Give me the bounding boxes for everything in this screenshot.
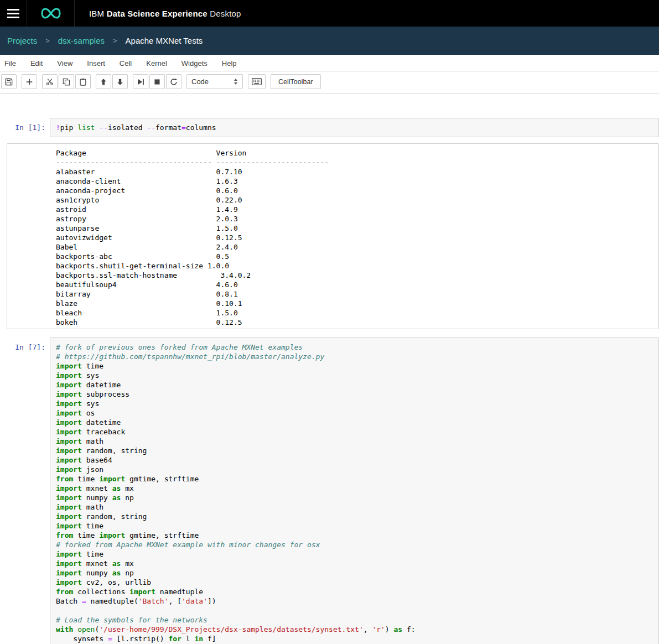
breadcrumb: Projects > dsx-samples > Apache MXNet Te… — [0, 27, 659, 55]
code-input[interactable]: !pip list --isolated --format=columns — [50, 118, 659, 137]
run-cell-button[interactable] — [133, 74, 148, 89]
paste-cell-button[interactable] — [75, 74, 91, 89]
input-prompt: In [1]: — [0, 118, 50, 137]
notebook: In [1]:!pip list --isolated --format=col… — [0, 94, 659, 644]
save-button[interactable] — [1, 74, 17, 89]
breadcrumb-current-page: Apache MXNet Tests — [126, 36, 203, 45]
move-cell-down-button[interactable] — [112, 74, 128, 89]
plus-icon — [25, 78, 33, 86]
brand-prefix: IBM — [89, 9, 104, 18]
menu-help[interactable]: Help — [215, 55, 244, 71]
brand-suffix: Desktop — [210, 9, 241, 18]
output-text: Package Version ------------------------… — [56, 148, 658, 329]
dsx-infinity-logo-icon — [27, 0, 74, 27]
menu-file[interactable]: File — [4, 55, 23, 71]
interrupt-kernel-button[interactable] — [149, 74, 165, 89]
cell-type-select[interactable]: Code — [186, 74, 243, 89]
keyboard-icon — [252, 78, 262, 85]
notebook-toolbar: Code CellToolbar — [0, 72, 659, 94]
breadcrumb-separator-icon: > — [113, 37, 117, 45]
menu-insert[interactable]: Insert — [80, 55, 112, 71]
cell-type-value: Code — [191, 77, 209, 86]
add-cell-button[interactable] — [22, 74, 37, 89]
cut-cell-button[interactable] — [42, 74, 58, 89]
breadcrumb-separator-icon: > — [45, 37, 50, 45]
copy-icon — [63, 78, 70, 86]
stop-icon — [153, 78, 161, 86]
code-input[interactable]: # fork of previous ones forked from Apac… — [50, 337, 659, 644]
select-updown-icon — [233, 78, 238, 85]
run-icon — [137, 78, 144, 86]
arrow-down-icon — [116, 78, 124, 86]
menu-edit[interactable]: Edit — [23, 55, 50, 71]
restart-icon — [170, 78, 178, 86]
celltoolbar-button[interactable]: CellToolbar — [271, 74, 321, 89]
code-text: !pip list --isolated --format=columns — [56, 123, 653, 132]
command-palette-button[interactable] — [248, 74, 266, 89]
menu-kernel[interactable]: Kernel — [139, 55, 174, 71]
hamburger-icon — [7, 9, 19, 18]
menu-view[interactable]: View — [50, 55, 80, 71]
save-icon — [5, 78, 13, 86]
menu-widgets[interactable]: Widgets — [174, 55, 215, 71]
move-cell-up-button[interactable] — [96, 74, 111, 89]
brand-name: Data Science Experience — [107, 9, 207, 18]
notebook-menubar: File Edit View Insert Cell Kernel Widget… — [0, 55, 659, 72]
code-text: # fork of previous ones forked from Apac… — [56, 342, 653, 643]
input-prompt: In [7]: — [0, 337, 50, 644]
top-app-bar: IBM Data Science Experience Desktop — [0, 0, 659, 27]
output-scroll-area[interactable]: Package Version ------------------------… — [7, 143, 659, 329]
notebook-cell[interactable]: In [1]:!pip list --isolated --format=col… — [0, 118, 659, 329]
app-title: IBM Data Science Experience Desktop — [89, 9, 241, 18]
menu-cell[interactable]: Cell — [112, 55, 139, 71]
arrow-up-icon — [100, 78, 107, 86]
restart-kernel-button[interactable] — [166, 74, 181, 89]
breadcrumb-link-projects[interactable]: Projects — [7, 36, 37, 45]
hamburger-menu-button[interactable] — [0, 0, 27, 27]
breadcrumb-link-dsx-samples[interactable]: dsx-samples — [58, 36, 105, 45]
paste-icon — [79, 78, 87, 86]
scissors-icon — [46, 78, 54, 86]
copy-cell-button[interactable] — [59, 74, 74, 89]
topbar-divider — [74, 0, 75, 27]
notebook-cell[interactable]: In [7]:# fork of previous ones forked fr… — [0, 337, 659, 644]
